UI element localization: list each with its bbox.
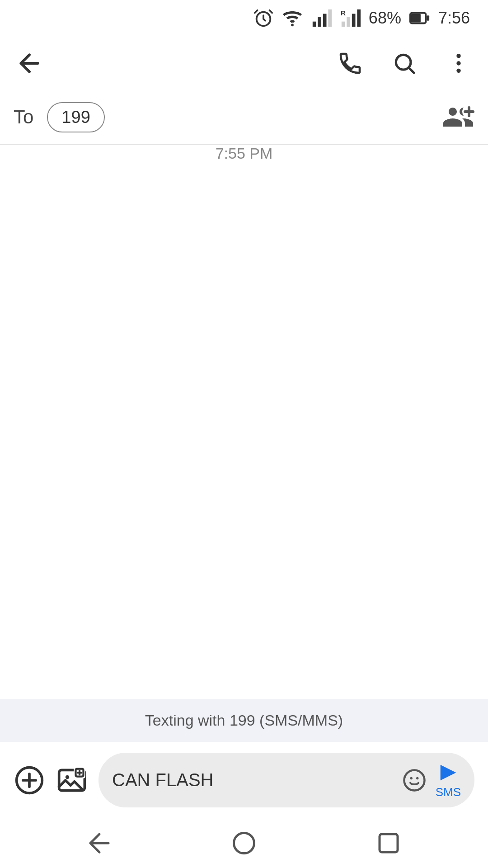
nav-home-button[interactable] [226, 825, 262, 861]
svg-point-24 [404, 770, 424, 790]
search-icon [392, 51, 417, 76]
battery-percentage: 68% [369, 9, 401, 28]
message-area: 7:55 PM [0, 145, 488, 189]
svg-rect-6 [342, 22, 345, 27]
send-button[interactable]: SMS [436, 761, 461, 799]
emoji-icon [402, 768, 427, 793]
svg-rect-9 [357, 9, 361, 27]
svg-point-1 [291, 24, 294, 26]
clock-time: 7:56 [438, 9, 470, 28]
to-label: To [14, 106, 33, 128]
svg-point-27 [234, 833, 254, 854]
more-options-button[interactable] [443, 47, 474, 79]
more-vert-icon [446, 51, 471, 76]
nav-home-icon [230, 830, 258, 857]
signal-icon [311, 8, 332, 28]
recipient-chip[interactable]: 199 [47, 102, 104, 132]
nav-back-button[interactable] [81, 825, 117, 861]
main-content: To 199 7:55 PM Texting with 199 (SMS/MMS… [0, 90, 488, 868]
nav-back-icon [86, 830, 113, 857]
svg-point-26 [416, 777, 418, 779]
to-field: To 199 [0, 90, 488, 145]
svg-rect-3 [318, 17, 321, 27]
add-button[interactable] [14, 764, 45, 796]
send-icon [436, 761, 460, 784]
input-wrapper: SMS [99, 753, 474, 807]
info-text: Texting with 199 (SMS/MMS) [145, 712, 343, 729]
svg-point-16 [456, 61, 460, 65]
message-input[interactable] [112, 770, 393, 790]
phone-icon [338, 51, 363, 76]
svg-rect-5 [328, 9, 332, 27]
image-button[interactable] [56, 764, 88, 796]
svg-rect-13 [411, 14, 421, 22]
back-arrow-icon [17, 51, 42, 76]
svg-rect-12 [427, 15, 429, 21]
nav-bar [0, 818, 488, 868]
status-bar: R 68% 7:56 [0, 0, 488, 36]
svg-text:R: R [341, 9, 346, 17]
search-button[interactable] [389, 47, 420, 79]
svg-point-21 [66, 775, 70, 779]
wifi-icon [282, 8, 303, 28]
send-label: SMS [436, 785, 461, 799]
svg-point-17 [456, 69, 460, 73]
svg-point-25 [410, 777, 412, 779]
app-bar-left [14, 47, 45, 79]
svg-rect-4 [323, 14, 327, 27]
message-timestamp: 7:55 PM [216, 145, 273, 162]
emoji-button[interactable] [402, 768, 427, 793]
svg-rect-2 [313, 22, 316, 27]
svg-rect-7 [347, 17, 350, 27]
call-button[interactable] [334, 47, 366, 79]
roaming-signal-icon: R [340, 8, 361, 28]
add-contact-button[interactable] [442, 101, 474, 133]
app-bar-right [334, 47, 474, 79]
app-bar [0, 36, 488, 90]
battery-icon [409, 8, 430, 28]
back-button[interactable] [14, 47, 45, 79]
nav-recents-button[interactable] [371, 825, 407, 861]
message-list: 7:55 PM [0, 145, 488, 699]
status-icons: R 68% 7:56 [253, 8, 470, 28]
add-contact-icon [442, 101, 474, 133]
info-bar: Texting with 199 (SMS/MMS) [0, 699, 488, 742]
image-icon [56, 765, 87, 796]
alarm-icon [253, 8, 274, 28]
svg-rect-8 [352, 14, 356, 27]
nav-recents-icon [375, 830, 402, 857]
svg-point-15 [456, 54, 460, 58]
add-circle-icon [14, 765, 45, 796]
svg-rect-28 [380, 834, 398, 852]
input-area: SMS [0, 742, 488, 818]
